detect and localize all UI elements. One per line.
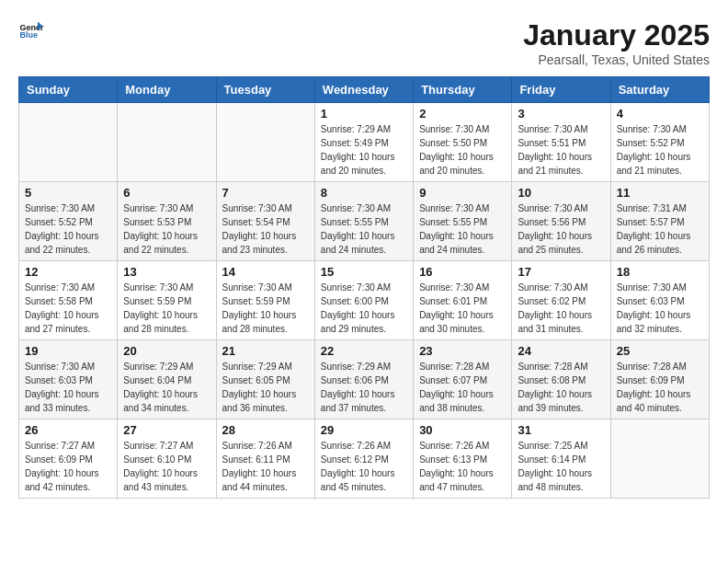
- calendar-day-cell: 2Sunrise: 7:30 AMSunset: 5:50 PMDaylight…: [414, 103, 512, 182]
- day-number: 12: [25, 265, 111, 279]
- day-info: Sunrise: 7:30 AMSunset: 6:00 PMDaylight:…: [321, 281, 407, 336]
- calendar-day-cell: 9Sunrise: 7:30 AMSunset: 5:55 PMDaylight…: [414, 182, 512, 261]
- day-number: 3: [518, 107, 604, 121]
- weekday-header-sunday: Sunday: [19, 77, 118, 103]
- weekday-header-thursday: Thursday: [414, 77, 512, 103]
- weekday-header-monday: Monday: [118, 77, 216, 103]
- calendar-day-cell: [19, 103, 118, 182]
- calendar-week-row: 12Sunrise: 7:30 AMSunset: 5:58 PMDayligh…: [19, 261, 710, 340]
- day-number: 9: [419, 186, 506, 200]
- day-number: 4: [617, 107, 703, 121]
- day-number: 10: [518, 186, 604, 200]
- day-number: 5: [25, 186, 111, 200]
- day-info: Sunrise: 7:30 AMSunset: 5:59 PMDaylight:…: [123, 281, 210, 336]
- calendar-week-row: 5Sunrise: 7:30 AMSunset: 5:52 PMDaylight…: [19, 182, 710, 261]
- day-info: Sunrise: 7:30 AMSunset: 5:58 PMDaylight:…: [25, 281, 111, 336]
- day-number: 16: [419, 265, 506, 279]
- calendar-day-cell: 13Sunrise: 7:30 AMSunset: 5:59 PMDayligh…: [118, 261, 216, 340]
- day-info: Sunrise: 7:27 AMSunset: 6:09 PMDaylight:…: [25, 439, 111, 494]
- day-number: 23: [419, 344, 506, 358]
- weekday-header-tuesday: Tuesday: [216, 77, 314, 103]
- weekday-header-row: SundayMondayTuesdayWednesdayThursdayFrid…: [19, 77, 710, 103]
- calendar-day-cell: 17Sunrise: 7:30 AMSunset: 6:02 PMDayligh…: [512, 261, 610, 340]
- calendar-day-cell: 31Sunrise: 7:25 AMSunset: 6:14 PMDayligh…: [512, 419, 610, 499]
- calendar-day-cell: 25Sunrise: 7:28 AMSunset: 6:09 PMDayligh…: [610, 340, 709, 419]
- day-info: Sunrise: 7:28 AMSunset: 6:08 PMDaylight:…: [518, 360, 604, 415]
- day-number: 21: [222, 344, 309, 358]
- calendar-day-cell: 15Sunrise: 7:30 AMSunset: 6:00 PMDayligh…: [314, 261, 413, 340]
- calendar-day-cell: 19Sunrise: 7:30 AMSunset: 6:03 PMDayligh…: [19, 340, 118, 419]
- calendar-day-cell: 22Sunrise: 7:29 AMSunset: 6:06 PMDayligh…: [314, 340, 413, 419]
- calendar-day-cell: 18Sunrise: 7:30 AMSunset: 6:03 PMDayligh…: [610, 261, 709, 340]
- calendar-day-cell: 27Sunrise: 7:27 AMSunset: 6:10 PMDayligh…: [118, 419, 216, 499]
- day-info: Sunrise: 7:30 AMSunset: 5:52 PMDaylight:…: [25, 201, 111, 257]
- title-area: January 2025 Pearsall, Texas, United Sta…: [523, 18, 710, 67]
- calendar-day-cell: 30Sunrise: 7:26 AMSunset: 6:13 PMDayligh…: [414, 419, 512, 499]
- calendar-day-cell: 16Sunrise: 7:30 AMSunset: 6:01 PMDayligh…: [414, 261, 512, 340]
- weekday-header-saturday: Saturday: [610, 77, 709, 103]
- day-number: 15: [321, 265, 407, 279]
- calendar-title: January 2025: [523, 18, 710, 52]
- calendar-day-cell: 14Sunrise: 7:30 AMSunset: 5:59 PMDayligh…: [216, 261, 314, 340]
- calendar-week-row: 19Sunrise: 7:30 AMSunset: 6:03 PMDayligh…: [19, 340, 710, 419]
- day-info: Sunrise: 7:29 AMSunset: 6:05 PMDaylight:…: [222, 360, 309, 415]
- calendar-day-cell: 26Sunrise: 7:27 AMSunset: 6:09 PMDayligh…: [19, 419, 118, 499]
- calendar-day-cell: 4Sunrise: 7:30 AMSunset: 5:52 PMDaylight…: [610, 103, 709, 182]
- calendar-day-cell: 28Sunrise: 7:26 AMSunset: 6:11 PMDayligh…: [216, 419, 314, 499]
- weekday-header-friday: Friday: [512, 77, 610, 103]
- calendar-day-cell: 29Sunrise: 7:26 AMSunset: 6:12 PMDayligh…: [314, 419, 413, 499]
- calendar-day-cell: 7Sunrise: 7:30 AMSunset: 5:54 PMDaylight…: [216, 182, 314, 261]
- day-info: Sunrise: 7:26 AMSunset: 6:13 PMDaylight:…: [419, 439, 506, 494]
- day-info: Sunrise: 7:29 AMSunset: 6:06 PMDaylight:…: [321, 360, 407, 415]
- day-info: Sunrise: 7:30 AMSunset: 6:03 PMDaylight:…: [25, 360, 111, 415]
- day-number: 13: [123, 265, 210, 279]
- svg-text:Blue: Blue: [19, 30, 38, 40]
- day-number: 28: [222, 423, 309, 437]
- calendar-day-cell: [610, 419, 709, 499]
- day-info: Sunrise: 7:31 AMSunset: 5:57 PMDaylight:…: [617, 201, 703, 257]
- calendar-table: SundayMondayTuesdayWednesdayThursdayFrid…: [18, 76, 710, 499]
- day-info: Sunrise: 7:28 AMSunset: 6:07 PMDaylight:…: [419, 360, 506, 415]
- day-number: 22: [321, 344, 407, 358]
- logo: General Blue: [18, 18, 44, 44]
- day-number: 18: [617, 265, 703, 279]
- calendar-day-cell: 8Sunrise: 7:30 AMSunset: 5:55 PMDaylight…: [314, 182, 413, 261]
- calendar-day-cell: [118, 103, 216, 182]
- day-info: Sunrise: 7:30 AMSunset: 5:55 PMDaylight:…: [321, 201, 407, 257]
- day-info: Sunrise: 7:30 AMSunset: 5:59 PMDaylight:…: [222, 281, 309, 336]
- page-header: General Blue January 2025 Pearsall, Texa…: [18, 18, 710, 67]
- calendar-day-cell: 10Sunrise: 7:30 AMSunset: 5:56 PMDayligh…: [512, 182, 610, 261]
- calendar-day-cell: 11Sunrise: 7:31 AMSunset: 5:57 PMDayligh…: [610, 182, 709, 261]
- day-info: Sunrise: 7:26 AMSunset: 6:12 PMDaylight:…: [321, 439, 407, 494]
- calendar-day-cell: 21Sunrise: 7:29 AMSunset: 6:05 PMDayligh…: [216, 340, 314, 419]
- day-number: 2: [419, 107, 506, 121]
- day-number: 19: [25, 344, 111, 358]
- day-info: Sunrise: 7:26 AMSunset: 6:11 PMDaylight:…: [222, 439, 309, 494]
- day-number: 7: [222, 186, 309, 200]
- day-number: 14: [222, 265, 309, 279]
- day-info: Sunrise: 7:30 AMSunset: 5:54 PMDaylight:…: [222, 201, 309, 257]
- calendar-day-cell: 12Sunrise: 7:30 AMSunset: 5:58 PMDayligh…: [19, 261, 118, 340]
- day-info: Sunrise: 7:30 AMSunset: 5:55 PMDaylight:…: [419, 201, 506, 257]
- day-number: 8: [321, 186, 407, 200]
- calendar-day-cell: [216, 103, 314, 182]
- day-info: Sunrise: 7:30 AMSunset: 5:51 PMDaylight:…: [518, 122, 604, 178]
- day-info: Sunrise: 7:30 AMSunset: 6:02 PMDaylight:…: [518, 281, 604, 336]
- day-number: 20: [123, 344, 210, 358]
- day-info: Sunrise: 7:29 AMSunset: 6:04 PMDaylight:…: [123, 360, 210, 415]
- day-info: Sunrise: 7:30 AMSunset: 6:01 PMDaylight:…: [419, 281, 506, 336]
- day-number: 25: [617, 344, 703, 358]
- day-number: 26: [25, 423, 111, 437]
- day-number: 27: [123, 423, 210, 437]
- calendar-day-cell: 24Sunrise: 7:28 AMSunset: 6:08 PMDayligh…: [512, 340, 610, 419]
- day-info: Sunrise: 7:28 AMSunset: 6:09 PMDaylight:…: [617, 360, 703, 415]
- calendar-day-cell: 20Sunrise: 7:29 AMSunset: 6:04 PMDayligh…: [118, 340, 216, 419]
- day-number: 6: [123, 186, 210, 200]
- calendar-day-cell: 23Sunrise: 7:28 AMSunset: 6:07 PMDayligh…: [414, 340, 512, 419]
- day-info: Sunrise: 7:25 AMSunset: 6:14 PMDaylight:…: [518, 439, 604, 494]
- day-info: Sunrise: 7:30 AMSunset: 5:52 PMDaylight:…: [617, 122, 703, 178]
- day-number: 30: [419, 423, 506, 437]
- day-number: 17: [518, 265, 604, 279]
- day-info: Sunrise: 7:30 AMSunset: 6:03 PMDaylight:…: [617, 281, 703, 336]
- day-info: Sunrise: 7:27 AMSunset: 6:10 PMDaylight:…: [123, 439, 210, 494]
